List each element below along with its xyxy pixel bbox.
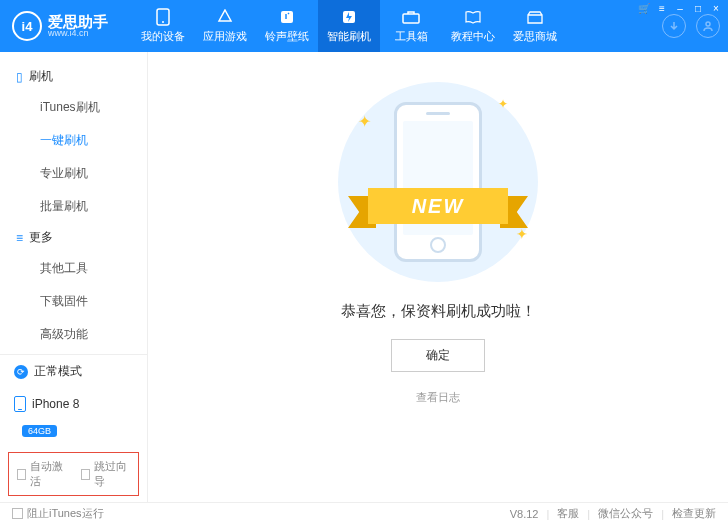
flash-options: 自动激活 跳过向导 [8, 452, 139, 496]
header: 🛒 ≡ – □ × i4 爱思助手 www.i4.cn 我的设备 应用游戏 铃声… [0, 0, 728, 52]
nav-toolbox[interactable]: 工具箱 [380, 0, 442, 52]
menu-icon[interactable]: ≡ [656, 2, 668, 14]
phone-icon: ▯ [16, 70, 23, 84]
svg-point-1 [162, 21, 164, 23]
cart-icon[interactable]: 🛒 [638, 2, 650, 14]
app-site: www.i4.cn [48, 29, 108, 38]
nav-label: 智能刷机 [327, 29, 371, 44]
close-icon[interactable]: × [710, 2, 722, 14]
checkbox-label: 自动激活 [30, 459, 66, 489]
sidebar: ▯ 刷机 iTunes刷机 一键刷机 专业刷机 批量刷机 ≡ 更多 其他工具 下… [0, 52, 148, 502]
sidebar-section-more: ≡ 更多 [0, 223, 147, 252]
music-icon [278, 8, 296, 26]
apps-icon [216, 8, 234, 26]
checkbox-label: 跳过向导 [94, 459, 130, 489]
block-itunes-checkbox[interactable]: 阻止iTunes运行 [12, 506, 104, 521]
nav-flash[interactable]: 智能刷机 [318, 0, 380, 52]
nav-label: 我的设备 [141, 29, 185, 44]
sidebar-section-flash: ▯ 刷机 [0, 62, 147, 91]
phone-icon [154, 8, 172, 26]
success-message: 恭喜您，保资料刷机成功啦！ [148, 302, 728, 321]
toolbox-icon [402, 8, 420, 26]
storage-badge: 64GB [22, 425, 57, 437]
minimize-icon[interactable]: – [674, 2, 686, 14]
nav-label: 爱思商城 [513, 29, 557, 44]
mode-label: 正常模式 [34, 363, 82, 380]
nav-ringtones[interactable]: 铃声壁纸 [256, 0, 318, 52]
star-icon: ✦ [358, 112, 371, 131]
refresh-icon: ⟳ [14, 365, 28, 379]
nav-apps[interactable]: 应用游戏 [194, 0, 256, 52]
new-ribbon: NEW [348, 182, 528, 230]
section-title: 更多 [29, 229, 53, 246]
checkbox-label: 阻止iTunes运行 [27, 506, 104, 521]
header-right [662, 14, 720, 38]
svg-point-5 [706, 22, 710, 26]
main-content: ✦ ✦ ✦ NEW 恭喜您，保资料刷机成功啦！ 确定 查看日志 [148, 52, 728, 502]
sidebar-item-oneclick-flash[interactable]: 一键刷机 [0, 124, 147, 157]
skip-guide-checkbox[interactable]: 跳过向导 [81, 459, 131, 489]
user-button[interactable] [696, 14, 720, 38]
ok-button[interactable]: 确定 [391, 339, 485, 372]
flash-icon [340, 8, 358, 26]
shop-icon [526, 8, 544, 26]
footer: 阻止iTunes运行 V8.12 | 客服 | 微信公众号 | 检查更新 [0, 502, 728, 524]
nav-label: 铃声壁纸 [265, 29, 309, 44]
download-button[interactable] [662, 14, 686, 38]
device-info[interactable]: iPhone 8 [0, 388, 147, 420]
version-label: V8.12 [510, 508, 539, 520]
nav-my-device[interactable]: 我的设备 [132, 0, 194, 52]
nav-label: 应用游戏 [203, 29, 247, 44]
window-controls: 🛒 ≡ – □ × [638, 2, 722, 14]
device-mode[interactable]: ⟳ 正常模式 [0, 355, 147, 388]
success-illustration: ✦ ✦ ✦ NEW [328, 82, 548, 282]
svg-rect-2 [281, 11, 293, 23]
logo[interactable]: i4 爱思助手 www.i4.cn [12, 11, 132, 41]
section-title: 刷机 [29, 68, 53, 85]
auto-activate-checkbox[interactable]: 自动激活 [17, 459, 67, 489]
ribbon-text: NEW [368, 188, 508, 224]
sidebar-item-itunes-flash[interactable]: iTunes刷机 [0, 91, 147, 124]
top-nav: 我的设备 应用游戏 铃声壁纸 智能刷机 工具箱 教程中心 爱思商城 [132, 0, 566, 52]
nav-shop[interactable]: 爱思商城 [504, 0, 566, 52]
view-log-link[interactable]: 查看日志 [148, 390, 728, 405]
sidebar-item-advanced[interactable]: 高级功能 [0, 318, 147, 351]
nav-label: 教程中心 [451, 29, 495, 44]
star-icon: ✦ [498, 97, 508, 111]
check-update-link[interactable]: 检查更新 [672, 506, 716, 521]
support-link[interactable]: 客服 [557, 506, 579, 521]
svg-rect-4 [403, 14, 419, 23]
sidebar-item-batch-flash[interactable]: 批量刷机 [0, 190, 147, 223]
maximize-icon[interactable]: □ [692, 2, 704, 14]
sidebar-item-pro-flash[interactable]: 专业刷机 [0, 157, 147, 190]
nav-label: 工具箱 [395, 29, 428, 44]
sidebar-item-other-tools[interactable]: 其他工具 [0, 252, 147, 285]
more-icon: ≡ [16, 231, 23, 245]
device-storage-row: 64GB [0, 420, 147, 446]
sidebar-item-download-firmware[interactable]: 下载固件 [0, 285, 147, 318]
device-name: iPhone 8 [32, 397, 79, 411]
logo-icon: i4 [12, 11, 42, 41]
book-icon [464, 8, 482, 26]
nav-tutorials[interactable]: 教程中心 [442, 0, 504, 52]
app-name: 爱思助手 [48, 14, 108, 29]
wechat-link[interactable]: 微信公众号 [598, 506, 653, 521]
phone-icon [14, 396, 26, 412]
